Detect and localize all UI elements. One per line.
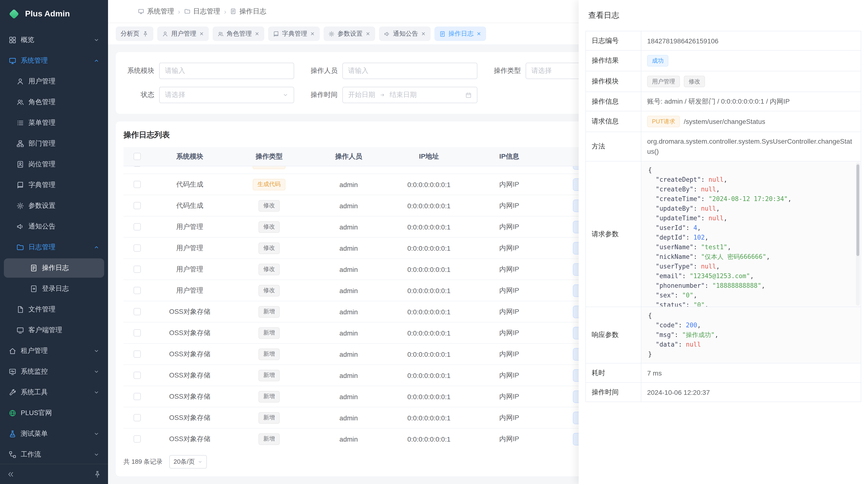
code-line: "deptId": 102, xyxy=(648,233,854,243)
sidebar-item-sys-monitor[interactable]: 系统监控 xyxy=(4,362,104,381)
row-checkbox[interactable] xyxy=(133,372,141,379)
sidebar-item-system[interactable]: 系统管理 xyxy=(4,51,104,70)
cell-module: OSS对象存储 xyxy=(151,434,229,443)
tab-close-icon[interactable] xyxy=(421,31,426,36)
page-size-select[interactable]: 20条/页 xyxy=(169,455,207,469)
tab-notice[interactable]: 通知公告 xyxy=(379,27,431,41)
sidebar-item-label: PLUS官网 xyxy=(21,409,52,417)
tab-role[interactable]: 角色管理 xyxy=(213,27,264,41)
op-type-tag: 修改 xyxy=(258,263,280,275)
field-value: 1842781986426159106 xyxy=(641,31,861,50)
row-checkbox[interactable] xyxy=(133,329,141,336)
user-icon xyxy=(162,31,168,37)
warning-tag: PUT请求 xyxy=(647,116,680,127)
field-value: { "createDept": null, "createBy": null, … xyxy=(641,161,861,306)
tab-close-icon[interactable] xyxy=(199,31,204,36)
row-checkbox-cell xyxy=(123,266,151,273)
row-checkbox[interactable] xyxy=(133,245,141,252)
megaphone-icon xyxy=(384,31,390,37)
cell-ip-address: 0:0:0:0:0:0:0:1 xyxy=(388,308,470,316)
logo-icon xyxy=(8,8,20,20)
brand[interactable]: Plus Admin xyxy=(0,0,108,28)
sidebar-item-dict-mgmt[interactable]: 字典管理 xyxy=(4,175,104,195)
row-checkbox[interactable] xyxy=(133,166,141,167)
module-input[interactable]: 请输入 xyxy=(159,63,294,79)
scrollbar-track[interactable] xyxy=(856,162,860,305)
operator-input[interactable]: 请输入 xyxy=(342,63,477,79)
row-checkbox[interactable] xyxy=(133,414,141,421)
sidebar-item-workflow[interactable]: 工作流 xyxy=(4,445,104,464)
sidebar-item-sys-tools[interactable]: 系统工具 xyxy=(4,383,104,402)
sidebar-item-oper-log[interactable]: 操作日志 xyxy=(4,258,104,278)
breadcrumb-item[interactable]: 操作日志 xyxy=(230,7,267,16)
sidebar-item-client-mgmt[interactable]: 客户端管理 xyxy=(4,321,104,340)
doc-icon xyxy=(30,264,38,272)
cell-module: 用户管理 xyxy=(151,286,229,295)
select-all-checkbox[interactable] xyxy=(133,153,141,160)
row-checkbox[interactable] xyxy=(133,435,141,443)
sidebar-item-log-mgmt[interactable]: 日志管理 xyxy=(4,238,104,257)
row-checkbox[interactable] xyxy=(133,351,141,358)
breadcrumb-item[interactable]: 日志管理 xyxy=(184,7,220,16)
tab-close-icon[interactable] xyxy=(476,31,481,36)
sidebar-item-label: 文件管理 xyxy=(28,305,56,314)
collapse-sidebar-button[interactable] xyxy=(7,470,14,478)
cell-operator: admin xyxy=(309,372,388,379)
code-line: "status": "0", xyxy=(648,300,854,306)
monitor-icon xyxy=(9,57,17,65)
row-checkbox-cell xyxy=(123,393,151,400)
sidebar-item-post-mgmt[interactable]: 岗位管理 xyxy=(4,155,104,174)
row-checkbox[interactable] xyxy=(133,287,141,294)
tab-close-icon[interactable] xyxy=(310,31,315,36)
sidebar-item-plus-site[interactable]: PLUS官网 xyxy=(4,404,104,423)
tab-param[interactable]: 参数设置 xyxy=(323,27,375,41)
row-checkbox[interactable] xyxy=(133,266,141,273)
cell-ip-info: 内网IP xyxy=(470,166,549,167)
sidebar-item-tenant[interactable]: 租户管理 xyxy=(4,341,104,361)
sidebar-item-overview[interactable]: 概览 xyxy=(4,30,104,50)
row-checkbox-cell xyxy=(123,181,151,188)
pin-sidebar-button[interactable] xyxy=(94,470,101,478)
row-checkbox[interactable] xyxy=(133,223,141,230)
tab-operlog[interactable]: 操作日志 xyxy=(434,27,486,41)
tab-analysis[interactable]: 分析页 xyxy=(116,27,153,41)
code-line: "updateBy": null, xyxy=(648,204,854,214)
row-checkbox[interactable] xyxy=(133,181,141,188)
field-label: 请求信息 xyxy=(586,111,641,132)
scrollbar-thumb[interactable] xyxy=(857,164,859,256)
cell-module: OSS对象存储 xyxy=(151,328,229,337)
breadcrumb-label: 日志管理 xyxy=(193,7,220,16)
cell-operator: admin xyxy=(309,393,388,400)
sidebar-item-param-set[interactable]: 参数设置 xyxy=(4,196,104,216)
sidebar-item-login-log[interactable]: 登录日志 xyxy=(4,279,104,298)
drawer-field-time: 操作时间2024-10-06 12:20:37 xyxy=(586,383,861,402)
cell-op-type: 修改 xyxy=(229,285,309,296)
sidebar-item-role-mgmt[interactable]: 角色管理 xyxy=(4,93,104,112)
tab-close-icon[interactable] xyxy=(366,31,370,36)
status-select[interactable]: 请选择 xyxy=(159,87,294,103)
filter-time: 操作时间 开始日期 结束日期 xyxy=(307,87,477,103)
breadcrumb-item[interactable]: 系统管理 xyxy=(138,7,174,16)
date-range-picker[interactable]: 开始日期 结束日期 xyxy=(342,87,477,103)
tab-dict[interactable]: 字典管理 xyxy=(268,27,320,41)
file-icon xyxy=(17,305,24,313)
sidebar-item-dept-mgmt[interactable]: 部门管理 xyxy=(4,134,104,153)
sidebar-item-menu-mgmt[interactable]: 菜单管理 xyxy=(4,113,104,133)
tab-user[interactable]: 用户管理 xyxy=(157,27,209,41)
sidebar-item-file-mgmt[interactable]: 文件管理 xyxy=(4,300,104,319)
sidebar-item-notice-mgmt[interactable]: 通知公告 xyxy=(4,217,104,236)
row-checkbox[interactable] xyxy=(133,202,141,209)
row-checkbox[interactable] xyxy=(133,393,141,400)
op-type-tag: 新增 xyxy=(258,412,280,423)
sidebar-item-test-menu[interactable]: 测试菜单 xyxy=(4,424,104,444)
close-icon[interactable] xyxy=(845,9,858,22)
cell-operator: admin xyxy=(309,414,388,422)
op-type-tag: 修改 xyxy=(258,200,280,212)
operator-placeholder: 请输入 xyxy=(348,67,368,75)
tab-close-icon[interactable] xyxy=(255,31,259,36)
sidebar-item-label: 操作日志 xyxy=(42,264,69,272)
row-checkbox[interactable] xyxy=(133,308,141,315)
menu-toggle-button[interactable] xyxy=(116,4,131,19)
sidebar-item-label: 客户端管理 xyxy=(28,326,62,334)
sidebar-item-user-mgmt[interactable]: 用户管理 xyxy=(4,72,104,91)
